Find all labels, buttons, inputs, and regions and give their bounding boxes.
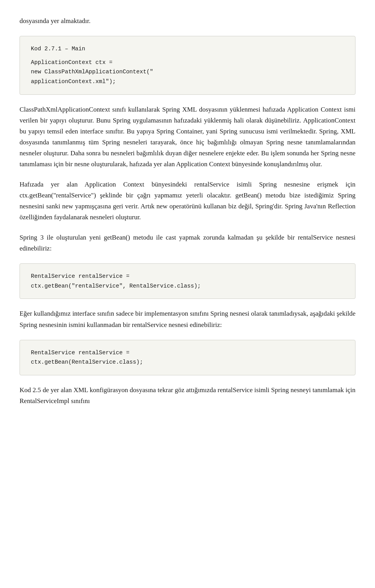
paragraph-2: Hafızada yer alan Application Context bü… — [20, 179, 355, 223]
paragraph-5: Kod 2.5 de yer alan XML konfigürasyon do… — [20, 385, 355, 407]
code-block-3-line-1: RentalService rentalService = — [31, 348, 344, 358]
code-block-1-title: Kod 2.7.1 – Main — [31, 44, 344, 54]
code-block-2-line-1: RentalService rentalService = — [31, 272, 344, 281]
paragraph-3: Spring 3 ile oluşturulan yeni getBean() … — [20, 232, 355, 254]
paragraph-4: Eğer kullandığımız interface sınıfın sad… — [20, 308, 355, 330]
paragraph-1: ClassPathXmlApplicationContext sınıfı ku… — [20, 104, 355, 170]
code-block-2-line-2: ctx.getBean("rentalService", RentalServi… — [31, 281, 344, 291]
code-block-3-line-2: ctx.getBean(RentalService.class); — [31, 357, 344, 367]
code-block-1-line-1: ApplicationContext ctx = — [31, 58, 344, 68]
code-block-2: RentalService rentalService = ctx.getBea… — [20, 263, 355, 299]
code-block-1-line-2: new ClassPathXmlApplicationContext(" — [31, 67, 344, 77]
intro-text: dosyasında yer almaktadır. — [20, 16, 355, 27]
code-block-1-line-3: applicationContext.xml"); — [31, 77, 344, 87]
code-block-1: Kod 2.7.1 – Main ApplicationContext ctx … — [20, 36, 355, 95]
code-block-3: RentalService rentalService = ctx.getBea… — [20, 340, 355, 375]
